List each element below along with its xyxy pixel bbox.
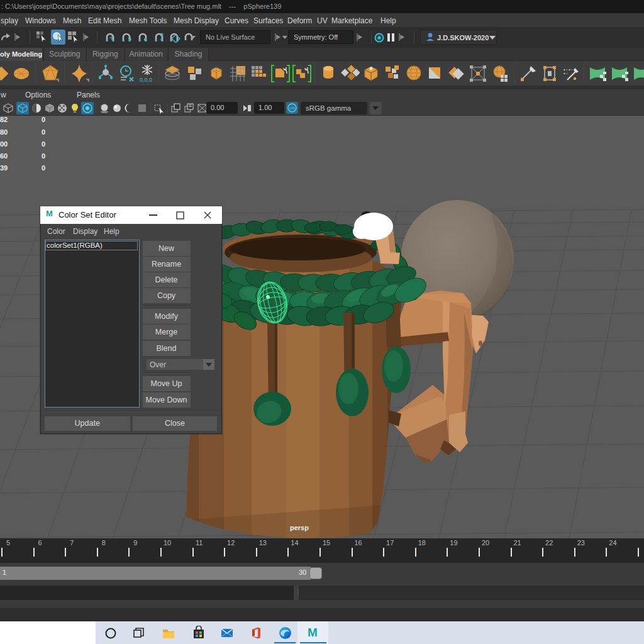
svg-text:0,0,0: 0,0,0 xyxy=(140,77,152,83)
svg-text:ON: ON xyxy=(289,106,295,110)
